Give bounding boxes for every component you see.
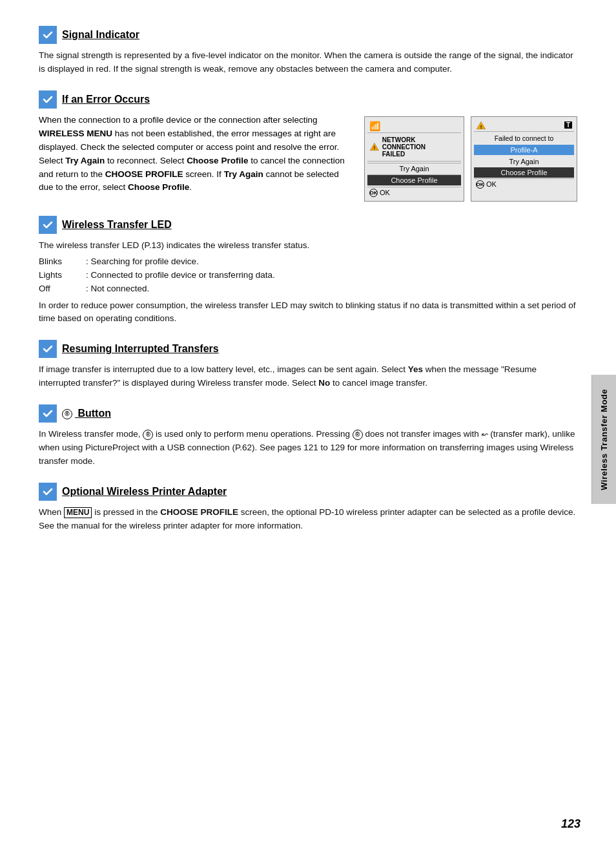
check-icon-ok	[39, 404, 57, 423]
ok-right: OK OK	[474, 178, 574, 190]
adapter-body: When MENU is pressed in the CHOOSE PROFI…	[39, 506, 577, 533]
ok-left: OK OK	[367, 187, 461, 198]
error-text-block: When the connection to a profile device …	[39, 114, 351, 195]
error-box-right: ! T Failed to connect to Profile-A Try A…	[471, 116, 577, 202]
menu-inline-icon: MENU	[64, 507, 92, 519]
section-header-error: If an Error Occurs	[39, 90, 577, 109]
ok-inline-icon2: ®	[353, 430, 363, 440]
page-number: 123	[561, 817, 580, 831]
ok-circle-left: OK	[369, 189, 378, 197]
side-tab: Wireless Transfer Mode	[591, 375, 616, 504]
side-tab-label: Wireless Transfer Mode	[599, 389, 609, 490]
blinks-label: Blinks	[39, 255, 74, 269]
off-label: Off	[39, 282, 74, 296]
error-box-left: 📶 ! NETWORK CONNECTIONFAILED Try Again C…	[364, 116, 464, 202]
svg-text:!: !	[480, 123, 482, 129]
ok-label-right: OK	[486, 180, 497, 188]
profile-name-highlight: Profile-A	[474, 145, 574, 155]
error-section-content: When the connection to a profile device …	[39, 114, 577, 202]
signal-indicator-body: The signal strength is represented by a …	[39, 49, 577, 76]
error-box-left-header: 📶	[367, 120, 461, 133]
led-blinks-row: Blinks : Searching for profile device.	[39, 255, 577, 269]
adapter-title: Optional Wireless Printer Adapter	[62, 486, 227, 498]
check-icon-error	[39, 90, 57, 109]
off-sep	[74, 282, 86, 296]
error-images: 📶 ! NETWORK CONNECTIONFAILED Try Again C…	[364, 116, 577, 202]
network-connection-text: NETWORK CONNECTIONFAILED	[382, 136, 459, 158]
section-signal-indicator: Signal Indicator The signal strength is …	[39, 26, 577, 76]
ok-button-body: In Wireless transfer mode, ® is used onl…	[39, 428, 577, 468]
lights-text: : Connected to profile device or transfe…	[86, 269, 275, 282]
section-error: If an Error Occurs When the connection t…	[39, 90, 577, 202]
ok-button-title: ® Button	[62, 408, 111, 419]
warning-triangle-icon-left: !	[369, 142, 380, 151]
try-again-right: Try Again	[474, 156, 574, 167]
led-off-row: Off : Not connected.	[39, 282, 577, 296]
section-ok-button: ® Button In Wireless transfer mode, ® is…	[39, 404, 577, 468]
ok-circle-right: OK	[476, 180, 484, 189]
blinks-sep	[74, 255, 86, 269]
lights-label: Lights	[39, 269, 74, 282]
section-optional-adapter: Optional Wireless Printer Adapter When M…	[39, 483, 577, 533]
transfer-mark-icon: ↜	[482, 428, 488, 441]
section-header-ok: ® Button	[39, 404, 577, 423]
ok-button-circle-icon: ®	[62, 409, 72, 419]
wireless-led-body: The wireless transfer LED (P.13) indicat…	[39, 239, 577, 326]
choose-profile-right: Choose Profile	[474, 167, 574, 178]
error-right-header: ! T	[474, 120, 574, 132]
error-left-divider	[367, 161, 461, 162]
signal-indicator-title: Signal Indicator	[62, 29, 139, 41]
check-icon-adapter	[39, 483, 57, 501]
try-again-left: Try Again	[367, 163, 461, 174]
section-header-signal: Signal Indicator	[39, 26, 577, 44]
resuming-body: If image transfer is interrupted due to …	[39, 363, 577, 390]
check-icon-led	[39, 216, 57, 234]
svg-text:!: !	[374, 145, 376, 151]
warning-triangle-icon-right: !	[476, 121, 486, 130]
ok-inline-icon1: ®	[143, 430, 153, 440]
resuming-title: Resuming Interrupted Transfers	[62, 343, 219, 355]
page: Signal Indicator The signal strength is …	[0, 0, 616, 849]
error-left-warning-row: ! NETWORK CONNECTIONFAILED	[367, 135, 461, 159]
failed-connect-text: Failed to connect to	[474, 133, 574, 143]
check-icon-signal	[39, 26, 57, 44]
ok-label-left: OK	[380, 189, 390, 196]
check-icon-resuming	[39, 340, 57, 358]
section-header-adapter: Optional Wireless Printer Adapter	[39, 483, 577, 501]
section-resuming: Resuming Interrupted Transfers If image …	[39, 340, 577, 390]
signal-wifi-icon: 📶	[369, 121, 380, 131]
blinks-text: : Searching for profile device.	[86, 255, 199, 269]
lights-sep	[74, 269, 86, 282]
t-label-icon: T	[564, 121, 572, 129]
led-intro: The wireless transfer LED (P.13) indicat…	[39, 239, 577, 253]
led-lights-row: Lights : Connected to profile device or …	[39, 269, 577, 282]
error-title: If an Error Occurs	[62, 94, 150, 105]
section-header-led: Wireless Transfer LED	[39, 216, 577, 234]
wireless-led-title: Wireless Transfer LED	[62, 219, 172, 231]
led-note: In order to reduce power consumption, th…	[39, 299, 577, 326]
off-text: : Not connected.	[86, 282, 149, 296]
section-header-resuming: Resuming Interrupted Transfers	[39, 340, 577, 358]
choose-profile-left: Choose Profile	[367, 174, 461, 185]
section-wireless-led: Wireless Transfer LED The wireless trans…	[39, 216, 577, 326]
